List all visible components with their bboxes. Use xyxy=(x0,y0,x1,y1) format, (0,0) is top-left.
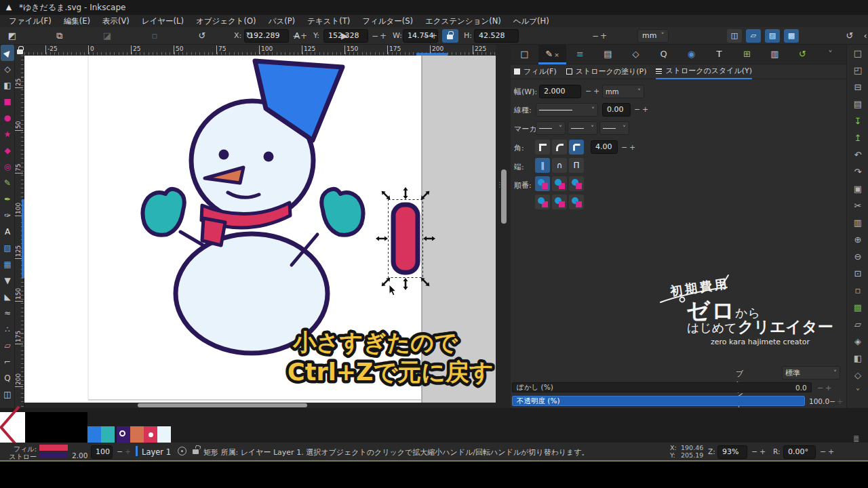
fill-color-button[interactable]: ▩ xyxy=(847,299,868,316)
snowman-scarf-tail[interactable] xyxy=(202,218,225,245)
vertical-scrollbar-thumb[interactable] xyxy=(501,169,507,224)
stroke-width-minus[interactable]: − xyxy=(585,87,591,96)
gradient-tool[interactable]: ▧ xyxy=(1,240,14,256)
stroke-width-plus[interactable]: + xyxy=(593,87,599,96)
copy-button[interactable]: ▣ xyxy=(847,180,868,197)
layer-visibility-eye-icon[interactable] xyxy=(178,447,186,455)
dash-pattern-dropdown[interactable]: ˅ xyxy=(536,103,598,117)
open-document-button[interactable]: ◰ xyxy=(847,62,868,79)
ellipse-tool[interactable]: ● xyxy=(1,110,14,126)
ungroup-button[interactable]: ◇ xyxy=(847,367,868,384)
join-round-button[interactable] xyxy=(552,140,567,155)
blur-slider[interactable]: ぼかし (%) xyxy=(512,382,812,392)
scale-stroke-toggle[interactable]: ▱ xyxy=(746,29,761,43)
paint-bucket-tool[interactable]: ◣ xyxy=(1,289,14,305)
pencil-tool[interactable]: ✎ xyxy=(1,175,14,191)
tweak-tool[interactable]: ≈ xyxy=(1,305,14,321)
miter-limit-input[interactable]: 4.00 xyxy=(591,140,618,154)
marker-end-dropdown[interactable]: ˅ xyxy=(599,121,629,135)
more-dialogs-chevron[interactable]: ˅ xyxy=(816,45,844,64)
mesh-tool[interactable]: ▦ xyxy=(1,256,14,272)
menu-item[interactable]: オブジェクト(O) xyxy=(190,15,262,27)
snap-collapse-chevron[interactable]: ‹ xyxy=(859,29,868,43)
select-all-layers-button[interactable]: ⧉ xyxy=(53,29,66,43)
resize-grip-icon[interactable]: ≡≡ xyxy=(853,436,859,442)
paint-order-3-button[interactable] xyxy=(569,176,584,191)
cap-square-button[interactable]: Π xyxy=(569,158,584,173)
blur-minus[interactable]: − xyxy=(817,384,823,392)
selection-box-button[interactable]: ▫ xyxy=(148,29,161,43)
opacity-plus[interactable]: + xyxy=(837,397,843,406)
star-tool[interactable]: ★ xyxy=(1,126,14,142)
scale-corners-toggle[interactable]: ▨ xyxy=(765,29,780,43)
cap-butt-button[interactable]: ∥ xyxy=(535,158,550,173)
blur-plus[interactable]: + xyxy=(825,384,831,392)
w-plus-button[interactable]: + xyxy=(431,31,437,41)
close-icon[interactable]: × xyxy=(554,52,559,58)
snowman-right-eye[interactable] xyxy=(264,152,274,162)
miter-minus[interactable]: − xyxy=(621,143,627,152)
redo-button[interactable]: ↷ xyxy=(847,163,868,180)
paint-order-1-button[interactable] xyxy=(535,176,550,191)
rectangle-tool[interactable]: ■ xyxy=(1,94,14,110)
miter-plus[interactable]: + xyxy=(629,143,635,152)
h-input[interactable]: 42.528 xyxy=(474,29,519,43)
stroke-width-input[interactable]: 2.000 xyxy=(539,85,581,98)
marker-start-dropdown[interactable]: ˅ xyxy=(536,121,566,135)
cap-round-button[interactable]: ∩ xyxy=(552,158,567,173)
pages-tool[interactable]: ◫ xyxy=(1,386,14,403)
eraser-tool[interactable]: ▱ xyxy=(1,338,14,354)
menu-item[interactable]: ファイル(F) xyxy=(3,15,58,27)
document-properties-tab[interactable]: □ xyxy=(511,45,538,64)
y-minus-button[interactable]: − xyxy=(372,31,378,41)
snap-reset-icon[interactable]: ↺ xyxy=(843,29,856,43)
select-all-button[interactable]: ◩ xyxy=(5,29,19,43)
stroke-width-unit-dropdown[interactable]: mm˅ xyxy=(602,85,644,98)
zoom-selection-button[interactable]: ⊡ xyxy=(847,265,868,282)
zoom-input[interactable]: 93% xyxy=(717,445,747,459)
unit-dropdown[interactable]: mm˅ xyxy=(637,29,669,43)
selector-tool[interactable]: ▶ xyxy=(1,45,14,61)
rotation-input[interactable]: 0.00° xyxy=(783,445,816,459)
palette-swatch-no-color[interactable] xyxy=(0,412,25,443)
save-document-button[interactable]: ⊟ xyxy=(847,79,868,96)
transform-tab[interactable]: ◇ xyxy=(622,45,650,64)
menu-item[interactable]: テキスト(T) xyxy=(301,15,356,27)
dash-offset-input[interactable]: 0.00 xyxy=(602,103,631,117)
zoom-page-button[interactable]: ▫ xyxy=(847,282,868,299)
objects-tab[interactable]: ▥ xyxy=(761,45,789,64)
zoom-plus-button[interactable]: + xyxy=(760,447,766,456)
canvas[interactable]: 小さすぎたので Ctrl+Zで元に戻す xyxy=(24,56,496,403)
paint-order-5-button[interactable] xyxy=(552,195,567,209)
opacity-plus-button[interactable]: + xyxy=(125,447,131,456)
paste-button[interactable]: ▥ xyxy=(847,214,868,231)
duplicate-button[interactable]: ▱ xyxy=(847,316,868,333)
align-distribute-tab[interactable]: ⊞ xyxy=(733,45,761,64)
dropper-tool[interactable]: ▼ xyxy=(1,272,14,289)
palette-swatch-salmon[interactable] xyxy=(130,426,144,443)
flip-horizontal-button[interactable]: A xyxy=(290,29,304,43)
layers-tab[interactable]: ≡ xyxy=(566,45,594,64)
menu-item[interactable]: ヘルプ(H) xyxy=(507,15,555,27)
ruler-corner[interactable] xyxy=(15,45,24,56)
join-miter-button[interactable] xyxy=(535,140,550,155)
paint-order-6-button[interactable] xyxy=(569,195,584,209)
find-replace-tab[interactable]: Q xyxy=(650,45,677,64)
new-document-button[interactable]: □ xyxy=(847,45,868,62)
calligraphy-tool[interactable]: ✑ xyxy=(1,207,14,224)
clone-button[interactable]: ◈ xyxy=(847,333,868,350)
snowman-left-mitten[interactable] xyxy=(142,189,184,235)
zoom-out-button[interactable]: ⊖ xyxy=(847,248,868,265)
palette-swatch-teal[interactable] xyxy=(101,426,115,443)
join-bevel-button[interactable] xyxy=(569,140,584,155)
symbols-tab[interactable]: ◉ xyxy=(677,45,705,64)
rotation-plus-button[interactable]: + xyxy=(828,447,834,456)
rotate-ccw-button[interactable]: ↺ xyxy=(195,29,209,43)
palette-swatch-black[interactable] xyxy=(25,412,56,443)
dash-offset-plus[interactable]: + xyxy=(642,105,648,114)
h-minus-button[interactable]: − xyxy=(592,31,599,41)
blend-mode-dropdown[interactable]: 標準˅ xyxy=(782,366,840,380)
menu-item[interactable]: 表示(V) xyxy=(96,15,136,27)
scale-patterns-toggle[interactable]: ▩ xyxy=(784,29,799,43)
object-properties-tab[interactable]: ▤ xyxy=(594,45,622,64)
